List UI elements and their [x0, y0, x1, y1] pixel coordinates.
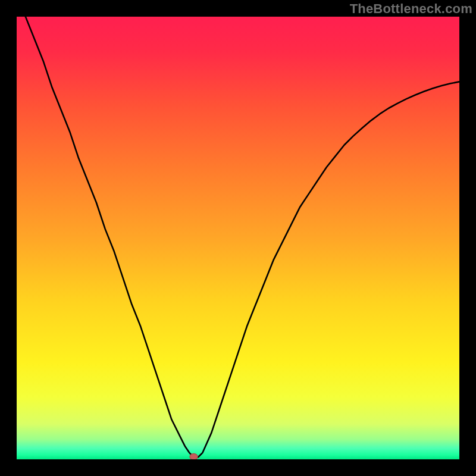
minimum-marker [190, 453, 198, 459]
chart-frame: TheBottleneck.com [0, 0, 476, 476]
gradient-background [17, 17, 459, 459]
plot-svg [17, 17, 459, 459]
watermark-text: TheBottleneck.com [350, 1, 472, 17]
plot-area [17, 17, 459, 459]
